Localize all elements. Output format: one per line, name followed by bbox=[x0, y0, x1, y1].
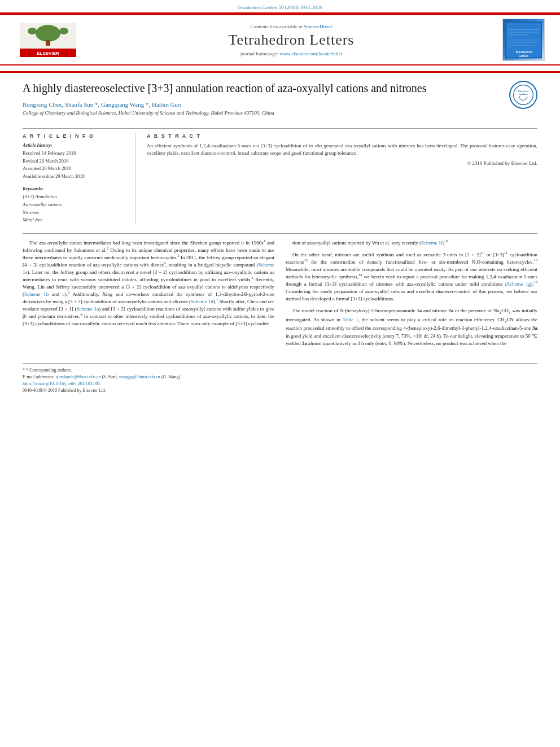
corresponding-label: * Corresponding authors. bbox=[26, 368, 72, 373]
svg-point-6 bbox=[59, 28, 68, 34]
journal-top-bar: Tetrahedron Letters 59 (2018) 1916–1920 bbox=[0, 0, 560, 12]
contents-label: Contents lists available at bbox=[251, 24, 303, 29]
homepage-prefix: journal homepage: bbox=[240, 51, 279, 56]
svg-text:updates: updates bbox=[519, 93, 528, 95]
footer-text: * * Corresponding authors. E-mail addres… bbox=[23, 367, 537, 394]
author-affiliation: College of Chemistry and Biological Scie… bbox=[23, 110, 501, 116]
abstract-col: A B S T R A C T An efficient synthesis o… bbox=[147, 133, 537, 224]
email2-name: (G. Wang). bbox=[161, 374, 181, 379]
article-title-section: A highly diastereoselective [3+3] annula… bbox=[23, 81, 537, 124]
svg-point-5 bbox=[28, 28, 37, 34]
keyword-4: Metal-free bbox=[23, 216, 126, 224]
header-left: ELSEVIER bbox=[11, 23, 85, 57]
keyword-3: Nitrones bbox=[23, 209, 126, 217]
header-right: Tetrahedron Letters bbox=[498, 19, 549, 61]
journal-title-large: Tetrahedron Letters bbox=[90, 32, 492, 49]
homepage-url[interactable]: www.elsevier.com/locate/tetlet bbox=[279, 51, 342, 56]
article-info-col: A R T I C L E I N F O Article history: R… bbox=[23, 133, 135, 224]
doi-line: https://doi.org/10.1016/j.tetlet.2018.03… bbox=[23, 381, 537, 387]
body-para-right-2: On the other hand, nitrones are useful s… bbox=[286, 251, 537, 303]
body-col-left: The aza-oxyallylic cation intermediates … bbox=[23, 239, 274, 352]
keywords-label: Keywords: bbox=[23, 186, 126, 191]
article-title: A highly diastereoselective [3+3] annula… bbox=[23, 81, 501, 95]
keyword-1: [3+3] Annulation bbox=[23, 193, 126, 201]
header-center: Contents lists available at ScienceDirec… bbox=[85, 24, 498, 56]
doi-link[interactable]: https://doi.org/10.1016/j.tetlet.2018.03… bbox=[23, 381, 100, 386]
article-info-heading: A R T I C L E I N F O bbox=[23, 133, 126, 139]
revised-date: Revised 26 March 2018 bbox=[23, 158, 126, 165]
abstract-text: An efficient synthesis of 1,2,4-oxadiazi… bbox=[147, 142, 537, 157]
email1-name: (S. Sun), bbox=[102, 374, 117, 379]
svg-text:ELSEVIER: ELSEVIER bbox=[37, 51, 59, 56]
accepted-date: Accepted 28 March 2018 bbox=[23, 165, 126, 173]
check-for-updates: Check for updates bbox=[509, 81, 537, 109]
body-para-right-1: tion of azaoxyallyl cations reported by … bbox=[286, 239, 537, 247]
copyright-text: © 2018 Published by Elsevier Ltd. bbox=[147, 160, 537, 166]
journal-ref: Tetrahedron Letters 59 (2018) 1916–1920 bbox=[238, 5, 323, 10]
svg-text:Tetrahedron: Tetrahedron bbox=[515, 50, 531, 54]
article-content: A highly diastereoselective [3+3] annula… bbox=[0, 81, 560, 394]
body-para-right-3: The model reaction of N-(benzyloxy)-2-br… bbox=[286, 307, 537, 347]
sciencedirect-link[interactable]: ScienceDirect bbox=[304, 24, 332, 29]
svg-point-1 bbox=[36, 25, 60, 42]
email-line: E-mail addresses: sunshaofa@hbust.edu.cn… bbox=[23, 374, 537, 381]
journal-cover: Tetrahedron Letters bbox=[502, 19, 545, 61]
available-date: Available online 29 March 2018 bbox=[23, 173, 126, 181]
corresponding-note: * * Corresponding authors. bbox=[23, 367, 537, 374]
keyword-2: Aza-oxyallyl cations bbox=[23, 201, 126, 209]
article-dates: Received 14 February 2018 Revised 26 Mar… bbox=[23, 150, 126, 180]
abstract-heading: A B S T R A C T bbox=[147, 133, 537, 139]
red-line-bottom bbox=[0, 71, 560, 73]
elsevier-logo: ELSEVIER bbox=[20, 23, 76, 57]
page: Tetrahedron Letters 59 (2018) 1916–1920 … bbox=[0, 0, 560, 747]
email2-link[interactable]: wanggq@hbust.edu.cn bbox=[119, 374, 160, 379]
keywords-list: [3+3] Annulation Aza-oxyallyl cations Ni… bbox=[23, 193, 126, 224]
email-label: E-mail addresses: bbox=[23, 374, 55, 379]
article-info-abstract: A R T I C L E I N F O Article history: R… bbox=[23, 128, 537, 224]
journal-homepage: journal homepage: www.elsevier.com/locat… bbox=[90, 51, 492, 56]
received-date: Received 14 February 2018 bbox=[23, 150, 126, 158]
keywords-section: Keywords: [3+3] Annulation Aza-oxyallyl … bbox=[23, 186, 126, 224]
article-authors: Rongxing Chen, Shaofa Sun *, Gangqiang W… bbox=[23, 101, 501, 108]
two-col-body: The aza-oxyallylic cation intermediates … bbox=[23, 239, 537, 352]
footer-section: * * Corresponding authors. E-mail addres… bbox=[23, 363, 537, 394]
sciencedirect-line: Contents lists available at ScienceDirec… bbox=[90, 24, 492, 29]
article-title-area: A highly diastereoselective [3+3] annula… bbox=[23, 81, 501, 120]
svg-text:Letters: Letters bbox=[519, 54, 528, 57]
body-section: The aza-oxyallylic cation intermediates … bbox=[23, 233, 537, 352]
email1-link[interactable]: sunshaofa@hbust.edu.cn bbox=[56, 374, 101, 379]
issn-line: 0040-4039/© 2018 Published by Elsevier L… bbox=[23, 387, 537, 394]
body-para-1: The aza-oxyallylic cation intermediates … bbox=[23, 239, 274, 328]
svg-rect-2 bbox=[46, 40, 50, 46]
history-label: Article history: bbox=[23, 142, 126, 148]
header-section: ELSEVIER Contents lists available at Sci… bbox=[0, 14, 560, 65]
body-col-right: tion of azaoxyallyl cations reported by … bbox=[286, 239, 537, 352]
